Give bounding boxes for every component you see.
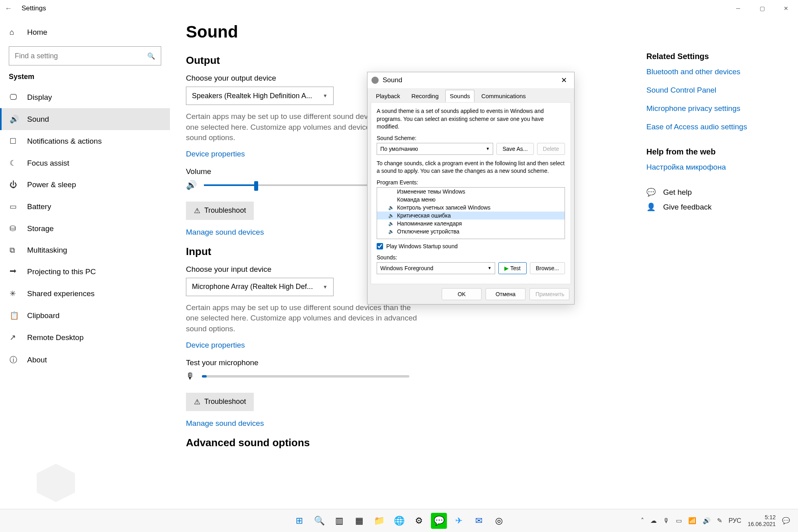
get-help-link[interactable]: 💬 Get help — [646, 188, 786, 197]
tray-volume-icon[interactable]: 🔊 — [703, 517, 711, 524]
cancel-button[interactable]: Отмена — [486, 288, 525, 300]
tray-chevron-icon[interactable]: ˄ — [641, 517, 644, 524]
sidebar-item-focus-assist[interactable]: ☾Focus assist — [0, 152, 170, 174]
input-troubleshoot-button[interactable]: ⚠ Troubleshoot — [186, 393, 254, 411]
storage-icon: ⛁ — [10, 224, 19, 233]
search-icon: 🔍 — [147, 52, 155, 60]
warning-icon: ⚠ — [194, 206, 200, 215]
tab-playback[interactable]: Playback — [371, 90, 405, 102]
clipboard-icon: 📋 — [10, 311, 19, 320]
sound-dialog: Sound ✕ Playback Recording Sounds Commun… — [367, 72, 575, 305]
sound-present-icon: 🔈 — [388, 221, 394, 226]
sidebar-item-multitasking[interactable]: ⧉Multitasking — [0, 239, 170, 261]
input-device-dropdown[interactable]: Microphone Array (Realtek High Def... ▼ — [186, 278, 334, 296]
web-link-mic-setup[interactable]: Настройка микрофона — [646, 163, 786, 172]
taskbar-task-view[interactable]: ▥ — [331, 513, 347, 529]
search-input[interactable]: 🔍 — [9, 46, 161, 65]
dialog-title: Sound — [383, 76, 402, 84]
sidebar-item-about[interactable]: ⓘAbout — [0, 348, 170, 372]
sidebar-item-sound[interactable]: 🔊Sound — [0, 108, 170, 130]
sidebar-item-projecting[interactable]: ⮕Projecting to this PC — [0, 261, 170, 283]
dialog-titlebar[interactable]: Sound ✕ — [367, 72, 574, 88]
taskbar-explorer[interactable]: 📁 — [371, 513, 387, 529]
tray-language[interactable]: РУС — [729, 517, 741, 524]
ok-button[interactable]: OK — [442, 288, 482, 300]
program-events-listbox[interactable]: Изменение темы Windows Команда меню 🔈Кон… — [377, 187, 565, 239]
sound-present-icon: 🔈 — [388, 205, 394, 210]
save-as-button[interactable]: Save As... — [496, 143, 533, 155]
help-icon: 💬 — [646, 188, 656, 197]
scheme-label: Sound Scheme: — [377, 135, 565, 141]
taskbar-app[interactable]: 💬 — [431, 513, 447, 529]
related-link-sound-control[interactable]: Sound Control Panel — [646, 86, 786, 95]
taskbar-app2[interactable]: ◎ — [491, 513, 507, 529]
volume-slider[interactable] — [204, 184, 371, 186]
output-troubleshoot-button[interactable]: ⚠ Troubleshoot — [186, 202, 254, 220]
taskbar-telegram[interactable]: ✈ — [451, 513, 467, 529]
sidebar-item-display[interactable]: 🖵Display — [0, 87, 170, 108]
sidebar-item-power-sleep[interactable]: ⏻Power & sleep — [0, 174, 170, 196]
tab-communications[interactable]: Communications — [477, 90, 530, 102]
sounds-dropdown[interactable]: Windows Foreground ▼ — [377, 262, 495, 274]
svg-marker-0 — [37, 464, 75, 502]
output-device-dropdown[interactable]: Speakers (Realtek High Definition A... ▼ — [186, 87, 334, 105]
taskbar-chrome[interactable]: 🌐 — [391, 513, 407, 529]
back-button[interactable]: ← — [0, 4, 17, 13]
minimize-button[interactable]: ─ — [726, 0, 750, 17]
event-item[interactable]: Команда меню — [377, 196, 565, 204]
help-web-heading: Help from the web — [646, 147, 786, 156]
tray-clock[interactable]: 5:12 16.06.2021 — [748, 514, 776, 528]
sidebar-item-clipboard[interactable]: 📋Clipboard — [0, 305, 170, 326]
input-device-properties-link[interactable]: Device properties — [186, 341, 630, 350]
related-link-bluetooth[interactable]: Bluetooth and other devices — [646, 67, 786, 76]
power-icon: ⏻ — [10, 180, 19, 189]
related-link-ease-access[interactable]: Ease of Access audio settings — [646, 123, 786, 131]
test-button[interactable]: ▶Test — [498, 262, 527, 274]
input-manage-link[interactable]: Manage sound devices — [186, 419, 630, 428]
sidebar-home[interactable]: ⌂ Home — [0, 24, 170, 41]
startup-sound-checkbox[interactable] — [377, 243, 383, 249]
play-icon: ▶ — [504, 265, 509, 271]
speaker-icon[interactable]: 🔊 — [186, 180, 197, 190]
tray-pen-icon[interactable]: ✎ — [717, 517, 722, 524]
browse-button[interactable]: Browse... — [530, 262, 565, 274]
sound-present-icon: 🔈 — [388, 229, 394, 234]
volume-slider-thumb[interactable] — [254, 181, 258, 191]
shared-icon: ✳ — [10, 289, 19, 298]
taskbar-mail[interactable]: ✉ — [471, 513, 487, 529]
advanced-heading: Advanced sound options — [186, 437, 630, 449]
close-button[interactable]: ✕ — [774, 0, 798, 17]
event-item[interactable]: 🔈Контроль учетных записей Windows — [377, 204, 565, 212]
maximize-button[interactable]: ▢ — [750, 0, 774, 17]
event-item[interactable]: Изменение темы Windows — [377, 188, 565, 196]
taskbar-search[interactable]: 🔍 — [311, 513, 327, 529]
sidebar-item-battery[interactable]: ▭Battery — [0, 196, 170, 218]
tray-wifi-icon[interactable]: 📶 — [688, 517, 696, 524]
scheme-dropdown[interactable]: По умолчанию ▼ — [377, 143, 493, 155]
sidebar-item-storage[interactable]: ⛁Storage — [0, 218, 170, 239]
start-button[interactable]: ⊞ — [291, 513, 307, 529]
sidebar-item-remote-desktop[interactable]: ↗Remote Desktop — [0, 326, 170, 348]
multitasking-icon: ⧉ — [10, 246, 19, 255]
taskbar-widgets[interactable]: ▦ — [351, 513, 367, 529]
windows-logo — [28, 459, 84, 507]
related-link-mic-privacy[interactable]: Microphone privacy settings — [646, 104, 786, 113]
tab-recording[interactable]: Recording — [407, 90, 443, 102]
tray-notifications-icon[interactable]: 💬 — [782, 517, 790, 524]
dialog-close-button[interactable]: ✕ — [558, 76, 570, 85]
chevron-down-icon: ▼ — [323, 284, 328, 290]
feedback-icon: 👤 — [646, 202, 656, 212]
taskbar-settings[interactable]: ⚙ — [411, 513, 427, 529]
search-field[interactable] — [15, 52, 147, 60]
give-feedback-link[interactable]: 👤 Give feedback — [646, 202, 786, 212]
event-item[interactable]: 🔈Отключение устройства — [377, 227, 565, 235]
tray-onedrive-icon[interactable]: ☁ — [650, 517, 657, 524]
event-item[interactable]: 🔈Напоминание календаря — [377, 220, 565, 227]
tab-sounds[interactable]: Sounds — [445, 90, 474, 102]
sidebar: ⌂ Home 🔍 System 🖵Display 🔊Sound ☐Notific… — [0, 17, 170, 532]
event-item[interactable]: 🔈Критическая ошибка — [377, 212, 565, 220]
sidebar-item-shared[interactable]: ✳Shared experiences — [0, 283, 170, 305]
tray-battery-icon[interactable]: ▭ — [676, 517, 682, 524]
sidebar-item-notifications[interactable]: ☐Notifications & actions — [0, 130, 170, 152]
tray-mic-icon[interactable]: 🎙 — [663, 517, 670, 524]
